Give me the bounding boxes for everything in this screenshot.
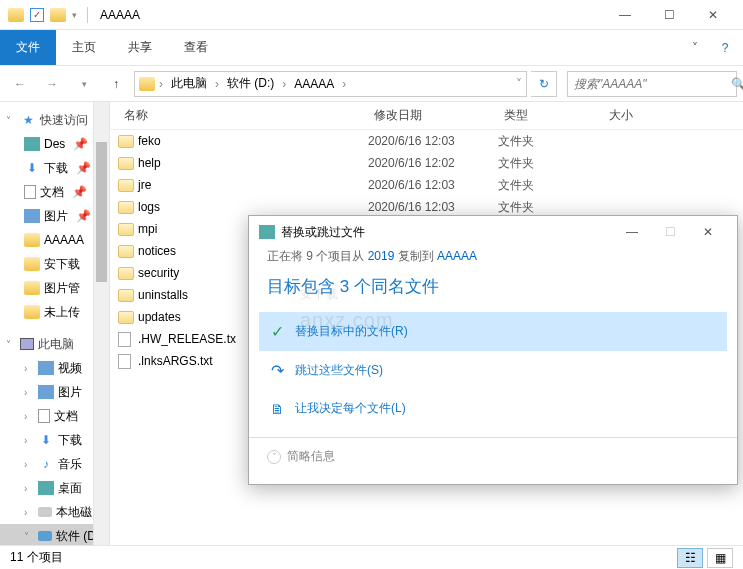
maximize-button[interactable]: ☐	[647, 1, 691, 29]
dialog-close-button[interactable]: ✕	[689, 218, 727, 246]
file-type: 文件夹	[498, 199, 603, 216]
tab-file[interactable]: 文件	[0, 30, 56, 65]
status-bar: 11 个项目 ☷ ▦	[0, 545, 743, 569]
dialog-title: 替换或跳过文件	[281, 224, 365, 241]
item-count: 11 个项目	[10, 549, 63, 566]
window-title: AAAAA	[100, 8, 140, 22]
view-details-button[interactable]: ☷	[677, 548, 703, 568]
crumb-drive[interactable]: 软件 (D:)	[223, 75, 278, 92]
column-headers[interactable]: 名称 修改日期 类型 大小	[110, 102, 743, 130]
breadcrumb[interactable]: › 此电脑 › 软件 (D:) › AAAAA › ˅	[134, 71, 527, 97]
file-type: 文件夹	[498, 177, 603, 194]
tree-video[interactable]: 视频	[58, 360, 82, 377]
tree-downloads[interactable]: 下载	[44, 160, 68, 177]
tree-anxia[interactable]: 安下载	[44, 256, 80, 273]
tree-picmgr[interactable]: 图片管	[44, 280, 80, 297]
file-date: 2020/6/16 12:02	[368, 156, 498, 170]
file-row[interactable]: jre2020/6/16 12:03文件夹	[110, 174, 743, 196]
file-name: feko	[138, 134, 368, 148]
option-replace[interactable]: ✓ 替换目标中的文件(R)	[259, 312, 727, 351]
tree-pics2[interactable]: 图片	[58, 384, 82, 401]
skip-icon: ↷	[269, 361, 285, 380]
file-date: 2020/6/16 12:03	[368, 178, 498, 192]
file-name: jre	[138, 178, 368, 192]
option-decide[interactable]: 🗎 让我决定每个文件(L)	[259, 390, 727, 427]
replace-dialog: 替换或跳过文件 — ☐ ✕ 正在将 9 个项目从 2019 复制到 AAAAA …	[248, 215, 738, 485]
file-date: 2020/6/16 12:03	[368, 200, 498, 214]
ribbon-expand-icon[interactable]: ˅	[683, 30, 707, 65]
folder-icon	[118, 135, 134, 148]
file-name: logs	[138, 200, 368, 214]
tab-home[interactable]: 主页	[56, 30, 112, 65]
tree-docs[interactable]: 文档	[40, 184, 64, 201]
crumb-folder[interactable]: AAAAA	[290, 77, 338, 91]
dialog-minimize-button[interactable]: —	[613, 218, 651, 246]
close-button[interactable]: ✕	[691, 1, 735, 29]
col-date[interactable]: 修改日期	[368, 107, 498, 124]
ribbon: 文件 主页 共享 查看 ˅ ?	[0, 30, 743, 66]
file-date: 2020/6/16 12:03	[368, 134, 498, 148]
file-type: 文件夹	[498, 133, 603, 150]
search-box[interactable]: 🔍	[567, 71, 737, 97]
breadcrumb-history-icon[interactable]: ˅	[516, 77, 522, 91]
tree-localdisk[interactable]: 本地磁	[56, 504, 92, 521]
refresh-button[interactable]: ↻	[531, 71, 557, 97]
tree-aaaa[interactable]: AAAAA	[44, 233, 84, 247]
tree-downloads2[interactable]: 下载	[58, 432, 82, 449]
search-input[interactable]	[568, 77, 731, 91]
nav-tree[interactable]: ˅★快速访问 Des📌 ⬇下载📌 文档📌 图片📌 AAAAA 安下载 图片管 未…	[0, 102, 110, 545]
qat-dropdown-icon[interactable]: ▾	[72, 10, 77, 20]
folder-icon	[118, 201, 134, 214]
dialog-heading: 目标包含 3 个同名文件	[249, 265, 737, 312]
col-name[interactable]: 名称	[118, 107, 368, 124]
text-file-icon	[118, 354, 131, 369]
tree-pics[interactable]: 图片	[44, 208, 68, 225]
back-button[interactable]: ←	[6, 70, 34, 98]
qat-folder-icon[interactable]	[50, 8, 66, 22]
file-row[interactable]: feko2020/6/16 12:03文件夹	[110, 130, 743, 152]
text-file-icon	[118, 332, 131, 347]
compare-icon: 🗎	[269, 401, 285, 417]
minimize-button[interactable]: —	[603, 1, 647, 29]
dialog-icon	[259, 225, 275, 239]
app-icon	[8, 8, 24, 22]
recent-dropdown-icon[interactable]: ▾	[70, 70, 98, 98]
view-icons-button[interactable]: ▦	[707, 548, 733, 568]
address-bar: ← → ▾ ↑ › 此电脑 › 软件 (D:) › AAAAA › ˅ ↻ 🔍	[0, 66, 743, 102]
folder-icon	[118, 157, 134, 170]
option-skip[interactable]: ↷ 跳过这些文件(S)	[259, 351, 727, 390]
tab-share[interactable]: 共享	[112, 30, 168, 65]
tree-des[interactable]: Des	[44, 137, 65, 151]
tree-desktop[interactable]: 桌面	[58, 480, 82, 497]
chevron-down-icon: ˅	[267, 450, 281, 464]
forward-button[interactable]: →	[38, 70, 66, 98]
dialog-maximize-button[interactable]: ☐	[651, 218, 689, 246]
dialog-subtitle: 正在将 9 个项目从 2019 复制到 AAAAA	[249, 248, 737, 265]
tree-music[interactable]: 音乐	[58, 456, 82, 473]
dialog-footer[interactable]: ˅ 简略信息	[249, 437, 737, 475]
col-size[interactable]: 大小	[603, 107, 683, 124]
title-bar: ✓ ▾ AAAAA — ☐ ✕	[0, 0, 743, 30]
up-button[interactable]: ↑	[102, 70, 130, 98]
col-type[interactable]: 类型	[498, 107, 603, 124]
tree-noup[interactable]: 未上传	[44, 304, 80, 321]
folder-icon	[118, 311, 134, 324]
file-type: 文件夹	[498, 155, 603, 172]
tree-thispc[interactable]: 此电脑	[38, 336, 74, 353]
crumb-pc[interactable]: 此电脑	[167, 75, 211, 92]
breadcrumb-icon	[139, 77, 155, 91]
tree-quick[interactable]: 快速访问	[40, 112, 88, 129]
help-icon[interactable]: ?	[707, 30, 743, 65]
folder-icon	[118, 267, 134, 280]
file-row[interactable]: help2020/6/16 12:02文件夹	[110, 152, 743, 174]
check-icon: ✓	[269, 322, 285, 341]
tree-scrollbar[interactable]	[93, 102, 109, 545]
tree-softdisk[interactable]: 软件 (D	[56, 528, 96, 545]
file-name: help	[138, 156, 368, 170]
search-icon[interactable]: 🔍	[731, 77, 743, 91]
folder-icon	[118, 179, 134, 192]
tree-docs2[interactable]: 文档	[54, 408, 78, 425]
quick-check-icon[interactable]: ✓	[30, 8, 44, 22]
folder-icon	[118, 289, 134, 302]
tab-view[interactable]: 查看	[168, 30, 224, 65]
